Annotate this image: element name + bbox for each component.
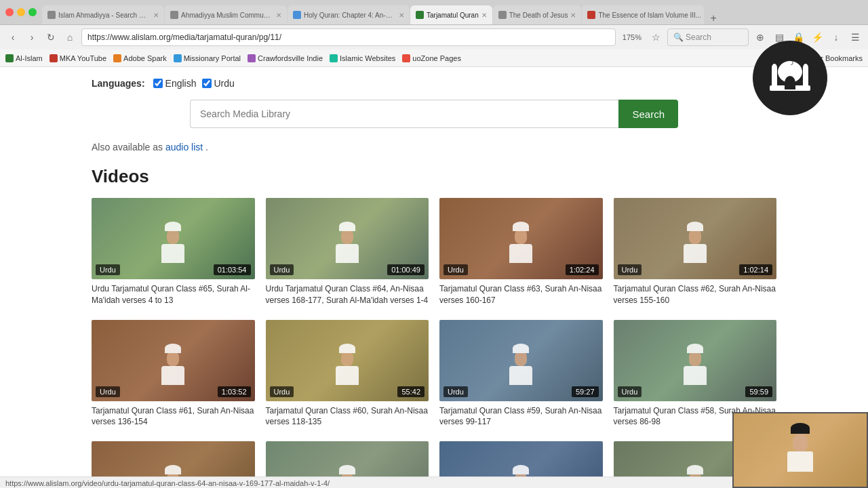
tab-death-of-jesus[interactable]: The Death of Jesus ✕	[493, 5, 582, 24]
video-title-1: Urdu Tarjamatul Quran Class #65, Surah A…	[92, 283, 255, 306]
tab-holy-quran[interactable]: Holy Quran: Chapter 4: An-Nisa' ✕	[288, 5, 410, 24]
preacher-figure-5	[156, 344, 190, 388]
lang-badge-2: Urdu	[270, 264, 294, 275]
tab-label-6: The Essence of Islam Volume III...	[598, 12, 701, 19]
svg-point-4	[803, 64, 808, 72]
bookmark-label-7: uoZone Pages	[412, 54, 461, 62]
bookmark-label-4: Missionary Portal	[184, 54, 241, 62]
video-thumb-1: Urdu 01:03:54	[92, 198, 255, 279]
nav-icon-6[interactable]: ☰	[848, 30, 863, 45]
video-title-3: Tarjamatul Quran Class #63, Surah An-Nis…	[439, 283, 603, 306]
face-4	[689, 229, 701, 244]
fullscreen-button-tl[interactable]	[28, 8, 37, 16]
video-title-2: Urdu Tarjamatul Quran Class #64, An-Nisa…	[266, 283, 429, 306]
tab-ahmadiyya-community[interactable]: Ahmadiyya Muslim Community... ✕	[165, 5, 287, 24]
video-card-2[interactable]: Urdu 01:00:49 Urdu Tarjamatul Quran Clas…	[266, 198, 429, 306]
minimize-button-tl[interactable]	[17, 8, 25, 16]
lang-badge-5: Urdu	[96, 386, 120, 397]
urdu-lang-option[interactable]: Urdu	[202, 78, 235, 89]
bookmark-al-islam[interactable]: Al-Islam	[5, 54, 43, 62]
content-inner: Languages: English Urdu Search	[78, 67, 790, 488]
search-bar-nav[interactable]: 🔍 Search	[667, 28, 749, 46]
bookmark-mka-youtube[interactable]: MKA YouTube	[50, 54, 106, 62]
mini-shirt	[787, 451, 813, 472]
turban-12	[687, 465, 703, 474]
bookmark-islamic-websites[interactable]: Islamic Websites	[330, 54, 395, 62]
video-card-4[interactable]: Urdu 1:02:14 Tarjamatul Quran Class #62,…	[614, 198, 777, 306]
tab-close-1[interactable]: ✕	[153, 12, 159, 19]
forward-button[interactable]: ›	[24, 30, 39, 45]
lang-badge-3: Urdu	[443, 264, 468, 275]
bookmark-adobe-spark[interactable]: Adobe Spark	[113, 54, 167, 62]
body-4	[684, 244, 707, 263]
video-title-4: Tarjamatul Quran Class #62, Surah An-Nis…	[614, 283, 777, 306]
search-input[interactable]	[190, 100, 618, 128]
bookmark-icon-1	[5, 54, 14, 62]
video-card-7[interactable]: Urdu 59:27 Tarjamatul Quran Class #59, S…	[439, 320, 603, 428]
tab-tarjamatul-quran[interactable]: Tarjamatul Quran ✕	[410, 5, 492, 24]
audio-list-link[interactable]: audio list	[165, 142, 203, 152]
lang-badge-6: Urdu	[270, 386, 294, 397]
preacher-figure-7	[504, 344, 538, 388]
tab-favicon-1	[47, 11, 56, 19]
lang-badge-1: Urdu	[96, 264, 120, 275]
bookmark-icon-6	[330, 54, 338, 62]
tab-essence-of-islam[interactable]: The Essence of Islam Volume III... ✕	[582, 5, 704, 24]
tab-bar: Islam Ahmadiyya - Search Res... ✕ Ahmadi…	[42, 0, 868, 24]
turban-1	[165, 222, 181, 231]
videos-heading: Videos	[92, 166, 776, 187]
face-3	[515, 229, 527, 244]
nav-icon-4[interactable]: ⚡	[810, 30, 825, 45]
body-2	[336, 244, 359, 263]
tab-favicon-4	[416, 11, 424, 19]
english-checkbox[interactable]	[153, 79, 163, 88]
back-button[interactable]: ‹	[5, 30, 20, 45]
nav-icon-5[interactable]: ↓	[829, 30, 844, 45]
tab-close-2[interactable]: ✕	[276, 12, 281, 19]
audio-suffix: .	[205, 142, 208, 152]
address-bar[interactable]: https://www.alislam.org/media/tarjamatul…	[81, 28, 616, 46]
nav-icon-1[interactable]: ⊕	[753, 30, 768, 45]
face-8	[689, 351, 701, 366]
mini-player[interactable]	[732, 412, 868, 488]
video-card-5[interactable]: Urdu 1:03:52 Tarjamatul Quran Class #61,…	[92, 320, 255, 428]
reload-button[interactable]: ↻	[43, 30, 58, 45]
video-thumb-5: Urdu 1:03:52	[92, 320, 255, 401]
tab-close-4[interactable]: ✕	[481, 12, 487, 19]
english-lang-option[interactable]: English	[153, 78, 197, 89]
time-badge-6: 55:42	[397, 386, 425, 397]
time-badge-2: 01:00:49	[387, 264, 425, 275]
bookmark-uozone[interactable]: uoZone Pages	[402, 54, 461, 62]
preacher-figure-8	[678, 344, 712, 388]
tab-islam-ahmadiyya[interactable]: Islam Ahmadiyya - Search Res... ✕	[42, 5, 164, 24]
video-card-1[interactable]: Urdu 01:03:54 Urdu Tarjamatul Quran Clas…	[92, 198, 255, 306]
bookmark-missionary-portal[interactable]: Missionary Portal	[174, 54, 241, 62]
bookmark-crawfordsville[interactable]: Crawfordsville Indie	[248, 54, 323, 62]
tab-close-5[interactable]: ✕	[570, 12, 576, 19]
tab-close-3[interactable]: ✕	[399, 12, 404, 19]
tab-label-1: Islam Ahmadiyya - Search Res...	[58, 12, 151, 19]
video-thumb-6: Urdu 55:42	[266, 320, 429, 401]
turban-6	[339, 344, 355, 353]
new-tab-button[interactable]: +	[705, 12, 722, 24]
close-button-tl[interactable]	[5, 8, 14, 16]
face-1	[167, 229, 179, 244]
body-5	[161, 366, 184, 385]
video-title-6: Tarjamatul Quran Class #60, Surah An-Nis…	[266, 405, 429, 428]
time-badge-5: 1:03:52	[218, 386, 251, 397]
search-button[interactable]: Search	[618, 100, 678, 128]
video-card-3[interactable]: Urdu 1:02:24 Tarjamatul Quran Class #63,…	[439, 198, 603, 306]
video-card-6[interactable]: Urdu 55:42 Tarjamatul Quran Class #60, S…	[266, 320, 429, 428]
video-thumb-4: Urdu 1:02:14	[614, 198, 777, 279]
browser-window: Islam Ahmadiyya - Search Res... ✕ Ahmadi…	[0, 0, 868, 488]
zoom-level: 175%	[620, 33, 644, 41]
urdu-checkbox[interactable]	[202, 79, 212, 88]
status-url: https://www.alislam.org/video/urdu-tarja…	[5, 479, 330, 487]
bookmark-label-5: Crawfordsville Indie	[258, 54, 323, 62]
bookmark-icon-3	[113, 54, 121, 62]
tab-favicon-2	[170, 11, 178, 19]
mosque-logo: ☽	[766, 53, 814, 103]
preacher-figure-4	[678, 222, 712, 266]
home-button[interactable]: ⌂	[62, 30, 77, 45]
bookmark-star[interactable]: ☆	[648, 30, 663, 45]
